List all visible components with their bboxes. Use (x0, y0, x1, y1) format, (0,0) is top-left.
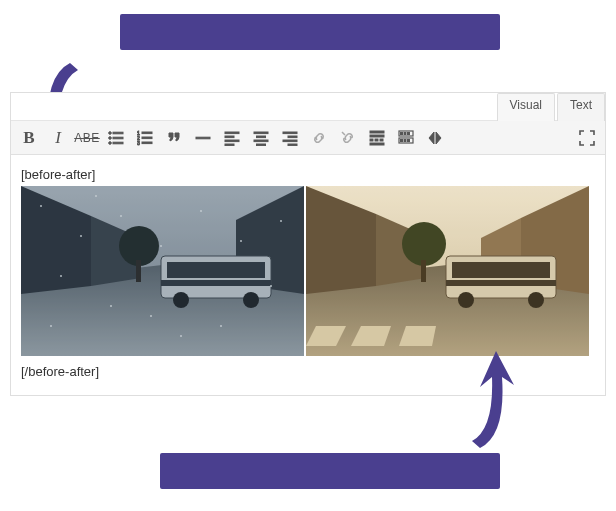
svg-rect-22 (288, 136, 297, 138)
bullet-list-icon (108, 130, 124, 146)
tab-visual[interactable]: Visual (497, 93, 555, 121)
shortcode-open: [before-after] (21, 167, 595, 182)
fullscreen-icon (579, 130, 595, 146)
svg-rect-18 (257, 136, 266, 138)
svg-rect-21 (283, 132, 297, 134)
horizontal-rule-button[interactable] (189, 124, 217, 152)
before-after-button[interactable] (421, 124, 449, 152)
svg-rect-39 (408, 139, 410, 141)
italic-icon: I (55, 128, 61, 148)
svg-rect-23 (283, 140, 297, 142)
svg-rect-34 (404, 132, 406, 134)
svg-rect-35 (408, 132, 410, 134)
insert-more-button[interactable] (363, 124, 391, 152)
svg-rect-37 (401, 139, 403, 141)
svg-rect-33 (401, 132, 403, 134)
svg-rect-16 (225, 144, 234, 146)
italic-button[interactable]: I (44, 124, 72, 152)
numbered-list-button[interactable]: 123 (131, 124, 159, 152)
numbered-list-icon: 123 (137, 130, 153, 146)
svg-rect-68 (21, 186, 304, 356)
svg-rect-27 (370, 135, 384, 137)
align-center-button[interactable] (247, 124, 275, 152)
svg-rect-3 (113, 137, 123, 139)
svg-line-25 (342, 132, 345, 135)
unlink-icon (340, 130, 356, 146)
arrow-bottom (450, 343, 520, 453)
align-left-button[interactable] (218, 124, 246, 152)
svg-rect-19 (254, 140, 268, 142)
align-right-icon (282, 130, 298, 146)
toolbar-toggle-icon (398, 130, 414, 146)
svg-rect-29 (375, 139, 378, 141)
tab-text[interactable]: Text (557, 93, 605, 121)
svg-rect-86 (306, 186, 589, 356)
svg-rect-28 (370, 139, 373, 141)
callout-bottom (160, 453, 500, 489)
link-button[interactable] (305, 124, 333, 152)
align-right-button[interactable] (276, 124, 304, 152)
editor-tabs: Visual Text (11, 93, 605, 121)
unlink-button[interactable] (334, 124, 362, 152)
svg-rect-9 (142, 137, 152, 139)
quote-icon (166, 130, 182, 146)
before-image[interactable] (21, 186, 304, 356)
fullscreen-button[interactable] (573, 124, 601, 152)
image-row (21, 186, 595, 356)
svg-point-0 (109, 131, 112, 134)
svg-rect-15 (225, 140, 239, 142)
svg-rect-24 (288, 144, 297, 146)
before-after-icon (427, 130, 443, 146)
strikethrough-icon: ABE (74, 131, 100, 145)
svg-rect-11 (142, 142, 152, 144)
svg-rect-1 (113, 132, 123, 134)
svg-rect-5 (113, 142, 123, 144)
editor-toolbar: B I ABE 123 (11, 121, 605, 155)
svg-text:3: 3 (137, 140, 140, 146)
svg-rect-38 (404, 139, 406, 141)
svg-point-2 (109, 136, 112, 139)
bold-icon: B (23, 128, 34, 148)
toolbar-toggle-button[interactable] (392, 124, 420, 152)
strikethrough-button[interactable]: ABE (73, 124, 101, 152)
after-image[interactable] (306, 186, 589, 356)
svg-rect-30 (380, 139, 383, 141)
callout-top (120, 14, 500, 50)
svg-rect-17 (254, 132, 268, 134)
align-center-icon (253, 130, 269, 146)
link-icon (311, 130, 327, 146)
svg-rect-20 (257, 144, 266, 146)
svg-rect-26 (370, 131, 384, 133)
bold-button[interactable]: B (15, 124, 43, 152)
svg-rect-12 (196, 137, 210, 139)
horizontal-rule-icon (195, 130, 211, 146)
bullet-list-button[interactable] (102, 124, 130, 152)
insert-more-icon (369, 130, 385, 146)
svg-rect-13 (225, 132, 239, 134)
svg-rect-14 (225, 136, 234, 138)
align-left-icon (224, 130, 240, 146)
blockquote-button[interactable] (160, 124, 188, 152)
svg-rect-7 (142, 132, 152, 134)
svg-point-4 (109, 141, 112, 144)
svg-rect-31 (370, 143, 384, 145)
